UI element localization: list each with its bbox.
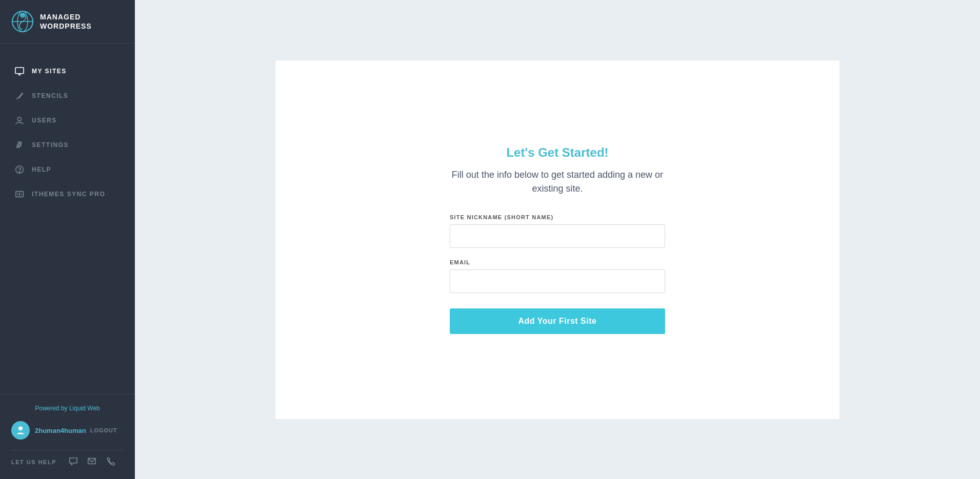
pencil-icon	[14, 91, 25, 101]
sidebar-item-ithemes-sync-pro[interactable]: ITHEMES SYNC PRO	[0, 182, 135, 206]
form-title: Let's Get Started!	[450, 145, 665, 160]
app-title: MANAGED WORDPRESS	[40, 12, 92, 31]
monitor-icon	[14, 66, 25, 76]
sidebar-item-help-label: HELP	[32, 166, 51, 173]
sidebar-item-help[interactable]: HELP	[0, 157, 135, 182]
question-icon	[14, 164, 25, 175]
svg-rect-4	[15, 68, 24, 74]
sidebar-item-stencils-label: STENCILS	[32, 92, 68, 99]
chat-icon[interactable]	[69, 456, 78, 468]
main-content: Let's Get Started! Fill out the info bel…	[135, 0, 980, 479]
avatar	[11, 421, 30, 440]
sync-icon	[14, 189, 25, 199]
sidebar-item-stencils[interactable]: STENCILS	[0, 84, 135, 108]
email-group: EMAIL	[450, 259, 665, 293]
user-row: 2human4human LOGOUT	[11, 421, 124, 440]
sidebar-logo: MANAGED WORDPRESS	[0, 0, 135, 44]
sidebar-item-settings-label: SETTINGS	[32, 141, 69, 149]
email-input[interactable]	[450, 269, 665, 293]
logo-icon	[11, 10, 34, 33]
form-card: Let's Get Started! Fill out the info bel…	[275, 60, 839, 419]
email-label: EMAIL	[450, 259, 665, 265]
svg-point-11	[19, 172, 19, 172]
site-nickname-input[interactable]	[450, 224, 665, 248]
sidebar-item-users-label: USERS	[32, 117, 57, 124]
add-first-site-button[interactable]: Add Your First Site	[450, 308, 665, 334]
gear-icon	[14, 140, 25, 150]
avatar-icon	[15, 425, 26, 435]
sidebar-item-users[interactable]: USERS	[0, 108, 135, 133]
site-nickname-label: SITE NICKNAME (SHORT NAME)	[450, 214, 665, 220]
form-subtitle: Fill out the info below to get started a…	[450, 168, 665, 196]
powered-by-link[interactable]: Powered by Liquid Web	[11, 405, 124, 412]
sidebar-item-my-sites[interactable]: MY SITES	[0, 59, 135, 84]
user-icon	[14, 115, 25, 126]
form-inner: Let's Get Started! Fill out the info bel…	[450, 145, 665, 334]
logout-link[interactable]: LOGOUT	[90, 427, 117, 433]
let-us-help-label: LET US HELP	[11, 459, 56, 465]
username[interactable]: 2human4human	[35, 427, 86, 434]
sidebar-bottom: Powered by Liquid Web 2human4human LOGOU…	[0, 394, 135, 479]
sidebar: MANAGED WORDPRESS MY SITES STENCILS	[0, 0, 135, 479]
sidebar-item-my-sites-label: MY SITES	[32, 68, 67, 75]
phone-icon[interactable]	[106, 456, 115, 468]
sidebar-item-settings[interactable]: SETTINGS	[0, 133, 135, 157]
sidebar-item-ithemes-sync-pro-label: ITHEMES SYNC PRO	[32, 191, 105, 198]
site-nickname-group: SITE NICKNAME (SHORT NAME)	[450, 214, 665, 248]
sidebar-nav: MY SITES STENCILS USERS	[0, 54, 135, 394]
email-icon[interactable]	[87, 456, 96, 468]
svg-point-8	[17, 117, 21, 121]
let-us-help-bar: LET US HELP	[11, 450, 124, 474]
